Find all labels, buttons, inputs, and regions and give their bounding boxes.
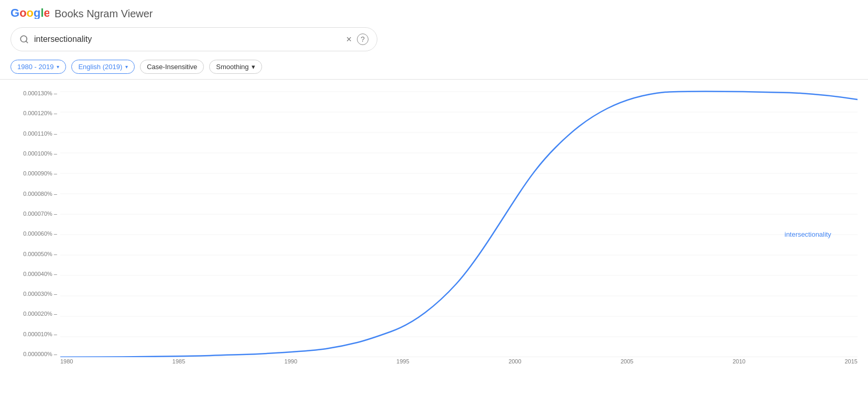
year-range-chip[interactable]: 1980 - 2019 ▾ [10,60,66,74]
help-icon[interactable]: ? [357,34,368,45]
corpus-chip[interactable]: English (2019) ▾ [71,60,135,74]
x-axis-labels: 1980 1985 1990 1995 2000 2005 2010 2015 [60,358,858,373]
y-axis-labels: 0.000000% – 0.000010% – 0.000020% – 0.00… [10,90,60,357]
case-label: Case-Insensitive [147,63,197,71]
filter-bar: 1980 - 2019 ▾ English (2019) ▾ Case-Inse… [0,57,868,79]
x-label-1995: 1995 [396,358,409,373]
year-range-chevron: ▾ [57,64,59,70]
svg-line-2 [26,41,27,42]
search-bar: × ? [10,27,377,51]
smoothing-chip[interactable]: Smoothing ▾ [209,60,262,74]
y-label-13: 0.000130% – [10,90,60,96]
x-label-2000: 2000 [508,358,521,373]
case-chip[interactable]: Case-Insensitive [140,60,204,74]
y-label-6: 0.000060% – [10,230,60,237]
x-label-1985: 1985 [172,358,185,373]
header: Google Books Ngram Viewer [0,0,868,27]
corpus-chevron: ▾ [125,64,128,70]
chart-area: 0.000000% – 0.000010% – 0.000020% – 0.00… [0,80,868,394]
app-title: Books Ngram Viewer [55,8,153,20]
x-label-2015: 2015 [844,358,857,373]
chart-svg: intersectionality [60,90,858,357]
y-label-7: 0.000070% – [10,211,60,217]
y-label-8: 0.000080% – [10,191,60,197]
y-label-0: 0.000000% – [10,351,60,357]
smoothing-label: Smoothing [216,63,248,71]
y-label-5: 0.000050% – [10,251,60,257]
x-label-2010: 2010 [733,358,745,373]
y-label-3: 0.000030% – [10,291,60,297]
series-label: intersectionality [785,230,832,238]
y-label-1: 0.000010% – [10,331,60,337]
search-bar-container: × ? [0,27,868,57]
y-label-9: 0.000090% – [10,170,60,176]
y-label-4: 0.000040% – [10,271,60,277]
google-logo: Google [10,6,49,21]
smoothing-chevron: ▾ [252,63,255,71]
year-range-label: 1980 - 2019 [17,63,53,71]
y-label-11: 0.000110% – [10,130,60,137]
svg-text:Google: Google [10,6,49,19]
corpus-label: English (2019) [78,63,122,71]
x-label-1990: 1990 [285,358,297,373]
clear-icon[interactable]: × [346,34,352,45]
y-label-12: 0.000120% – [10,110,60,116]
chart-wrapper: 0.000000% – 0.000010% – 0.000020% – 0.00… [10,90,858,373]
y-label-10: 0.000100% – [10,150,60,157]
x-label-2005: 2005 [621,358,633,373]
search-input[interactable] [34,35,341,44]
y-label-2: 0.000020% – [10,311,60,317]
search-icon [19,35,29,44]
x-label-1980: 1980 [60,358,73,373]
